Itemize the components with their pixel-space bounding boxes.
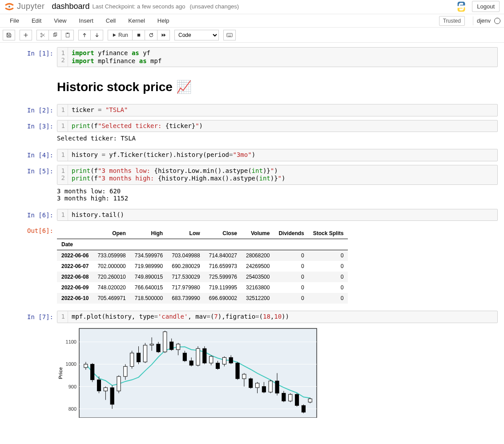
paste-button[interactable] bbox=[61, 30, 74, 40]
input-prompt bbox=[0, 71, 57, 100]
kernel-name[interactable]: djenv bbox=[477, 17, 491, 24]
celltype-select[interactable]: Code bbox=[174, 30, 219, 40]
line-gutter: 1 bbox=[57, 104, 68, 116]
menu-kernel[interactable]: Kernel bbox=[122, 15, 151, 27]
jupyter-icon bbox=[4, 1, 15, 12]
toolbar: Run Code bbox=[0, 28, 504, 43]
svg-rect-86 bbox=[302, 405, 305, 412]
svg-rect-28 bbox=[110, 388, 114, 404]
code-input[interactable]: 1 ticker = "TSLA" bbox=[57, 104, 498, 116]
svg-rect-80 bbox=[282, 393, 286, 401]
command-palette-button[interactable] bbox=[223, 30, 236, 40]
svg-text:1100: 1100 bbox=[66, 339, 77, 344]
notebook-title[interactable]: dashboard bbox=[52, 2, 90, 11]
logout-button[interactable]: Logout bbox=[472, 1, 500, 12]
code-content[interactable]: history = yf.Ticker(ticker).history(peri… bbox=[68, 149, 259, 161]
svg-rect-40 bbox=[150, 344, 153, 345]
svg-rect-38 bbox=[143, 345, 147, 362]
svg-rect-60 bbox=[216, 363, 219, 368]
svg-text:Price: Price bbox=[58, 367, 63, 379]
code-input[interactable]: 12 print(f"3 months low: {history.Low.mi… bbox=[57, 165, 498, 185]
code-cell[interactable]: In [6]: 1 history.tail() bbox=[0, 208, 504, 222]
svg-text:1000: 1000 bbox=[66, 361, 77, 367]
svg-rect-74 bbox=[262, 386, 266, 392]
svg-rect-72 bbox=[255, 383, 259, 388]
svg-rect-78 bbox=[275, 381, 279, 393]
menu-edit[interactable]: Edit bbox=[25, 15, 48, 27]
copy-icon bbox=[52, 32, 58, 38]
restart-run-all-button[interactable] bbox=[157, 30, 170, 40]
code-content[interactable]: import yfinance as yf import mplfinance … bbox=[68, 48, 165, 67]
run-button[interactable]: Run bbox=[108, 30, 133, 40]
code-cell[interactable]: In [5]: 12 print(f"3 months low: {histor… bbox=[0, 164, 504, 206]
svg-rect-50 bbox=[183, 353, 186, 361]
svg-rect-58 bbox=[210, 356, 213, 363]
svg-rect-32 bbox=[124, 366, 127, 376]
plus-icon bbox=[23, 32, 28, 38]
kernel-busy-icon bbox=[494, 18, 500, 24]
arrow-down-icon bbox=[94, 32, 100, 38]
restart-button[interactable] bbox=[145, 30, 157, 40]
menu-insert[interactable]: Insert bbox=[73, 15, 100, 27]
jupyter-logo[interactable]: Jupyter bbox=[4, 1, 45, 12]
code-cell[interactable]: In [1]: 12 import yfinance as yf import … bbox=[0, 46, 504, 68]
svg-text:900: 900 bbox=[69, 384, 77, 389]
move-up-button[interactable] bbox=[78, 30, 91, 40]
code-content[interactable]: print(f"Selected ticker: {ticker}") bbox=[68, 120, 206, 132]
dataframe-table: OpenHighLowCloseVolumeDividendsStock Spl… bbox=[57, 228, 348, 304]
brand-text: Jupyter bbox=[17, 2, 45, 11]
menu-help[interactable]: Help bbox=[151, 15, 176, 27]
stop-icon bbox=[137, 33, 141, 37]
svg-rect-56 bbox=[203, 348, 206, 363]
svg-rect-62 bbox=[222, 357, 226, 364]
svg-rect-24 bbox=[97, 380, 101, 391]
checkpoint-text: Last Checkpoint: a few seconds ago bbox=[93, 3, 185, 10]
menu-view[interactable]: View bbox=[48, 15, 73, 27]
cut-button[interactable] bbox=[36, 30, 49, 40]
interrupt-button[interactable] bbox=[133, 30, 145, 40]
code-input[interactable]: 1 print(f"Selected ticker: {ticker}") bbox=[57, 120, 498, 132]
code-content[interactable]: mpf.plot(history, type='candle', mav=(7)… bbox=[68, 311, 293, 323]
svg-rect-34 bbox=[130, 353, 134, 366]
copy-button[interactable] bbox=[49, 30, 61, 40]
input-prompt: In [2]: bbox=[0, 104, 57, 116]
menu-file[interactable]: File bbox=[4, 15, 25, 27]
code-cell[interactable]: In [7]: 1 mpf.plot(history, type='candle… bbox=[0, 310, 504, 419]
code-content[interactable]: history.tail() bbox=[68, 209, 128, 221]
output-text: 3 months low: 620 3 months high: 1152 bbox=[57, 185, 498, 205]
fast-forward-icon bbox=[161, 32, 166, 38]
output-cell: Out[6]: OpenHighLowCloseVolumeDividendsS… bbox=[0, 224, 504, 308]
restart-icon bbox=[149, 32, 154, 38]
trusted-indicator[interactable]: Trusted bbox=[439, 16, 465, 26]
svg-rect-20 bbox=[84, 364, 88, 368]
paste-icon bbox=[65, 32, 70, 38]
code-content[interactable]: print(f"3 months low: {history.Low.min()… bbox=[68, 165, 289, 184]
line-gutter: 1 bbox=[57, 209, 68, 221]
line-gutter: 12 bbox=[57, 48, 68, 67]
code-input[interactable]: 1 history = yf.Ticker(ticker).history(pe… bbox=[57, 149, 498, 161]
menu-cell[interactable]: Cell bbox=[100, 15, 122, 27]
input-prompt: In [1]: bbox=[0, 47, 57, 67]
code-cell[interactable]: In [3]: 1 print(f"Selected ticker: {tick… bbox=[0, 119, 504, 147]
move-down-button[interactable] bbox=[91, 30, 103, 40]
add-cell-button[interactable] bbox=[20, 30, 32, 40]
run-label: Run bbox=[118, 32, 128, 38]
svg-rect-22 bbox=[91, 364, 94, 380]
markdown-cell[interactable]: Historic stock price 📈 bbox=[0, 70, 504, 101]
output-prompt: Out[6]: bbox=[0, 224, 57, 307]
keyboard-icon bbox=[226, 33, 233, 37]
chart-output: 80090010001100Price bbox=[57, 323, 498, 418]
svg-rect-54 bbox=[196, 348, 200, 365]
line-gutter: 1 bbox=[57, 149, 68, 161]
code-content[interactable]: ticker = "TSLA" bbox=[68, 104, 131, 116]
save-button[interactable] bbox=[3, 30, 15, 40]
code-input[interactable]: 1 mpf.plot(history, type='candle', mav=(… bbox=[57, 311, 498, 323]
unsaved-text: (unsaved changes) bbox=[190, 3, 239, 10]
code-cell[interactable]: In [2]: 1 ticker = "TSLA" bbox=[0, 103, 504, 117]
code-input[interactable]: 12 import yfinance as yf import mplfinan… bbox=[57, 47, 498, 67]
scissors-icon bbox=[40, 32, 45, 38]
input-prompt: In [7]: bbox=[0, 311, 57, 418]
svg-rect-76 bbox=[269, 381, 272, 392]
code-cell[interactable]: In [4]: 1 history = yf.Ticker(ticker).hi… bbox=[0, 148, 504, 162]
code-input[interactable]: 1 history.tail() bbox=[57, 209, 498, 221]
